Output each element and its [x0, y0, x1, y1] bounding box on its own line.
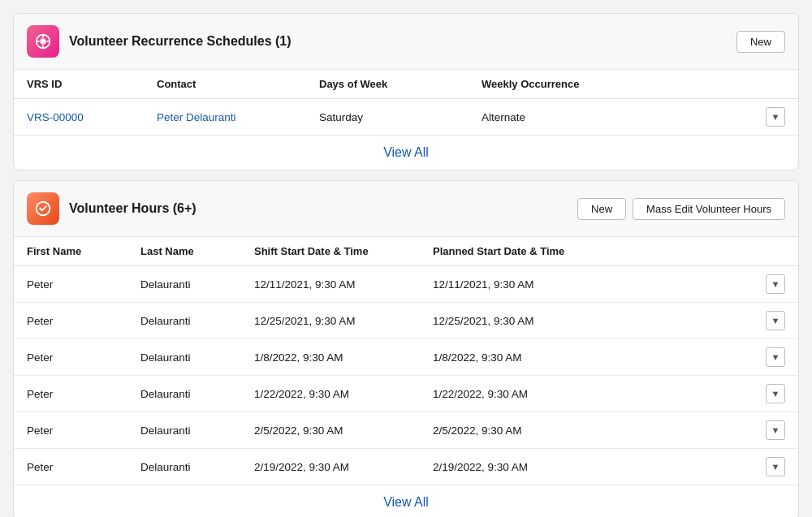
vh-planned-cell: 12/25/2021, 9:30 AM ▼	[420, 303, 798, 339]
vh-planned-cell: 12/11/2021, 9:30 AM ▼	[420, 266, 798, 303]
vh-icon	[27, 192, 59, 225]
vh-planned-cell: 2/19/2022, 9:30 AM ▼	[420, 449, 798, 485]
vh-planned-dropdown[interactable]: ▼	[766, 384, 785, 403]
vh-planned-value: 1/8/2022, 9:30 AM	[433, 351, 522, 364]
vh-lastname-cell: Delauranti	[127, 339, 241, 376]
vh-planned-dropdown[interactable]: ▼	[766, 420, 785, 440]
vh-planned-value: 1/22/2022, 9:30 AM	[433, 388, 528, 400]
vrs-table-container: VRS ID Contact Days of Week Weekly Occur…	[14, 70, 798, 170]
vh-col-lastname: Last Name	[127, 237, 241, 266]
vh-lastname-cell: Delauranti	[127, 376, 241, 412]
vrs-col-contact: Contact	[144, 70, 306, 99]
vh-table-header-row: First Name Last Name Shift Start Date & …	[14, 237, 798, 266]
vh-lastname-cell: Delauranti	[127, 449, 241, 485]
vrs-weekly-dropdown[interactable]: ▼	[766, 107, 785, 127]
vh-table-row: Peter Delauranti 12/25/2021, 9:30 AM 12/…	[14, 303, 798, 339]
vh-planned-value: 12/11/2021, 9:30 AM	[433, 278, 534, 291]
vh-planned-cell: 1/22/2022, 9:30 AM ▼	[420, 376, 798, 412]
vrs-card-title: Volunteer Recurrence Schedules (1)	[69, 34, 292, 49]
vh-planned-dropdown[interactable]: ▼	[766, 347, 785, 367]
vh-firstname-cell: Peter	[14, 303, 127, 339]
vh-firstname-cell: Peter	[14, 412, 127, 449]
vrs-col-weekly: Weekly Occurrence	[469, 70, 798, 99]
vrs-new-button[interactable]: New	[736, 31, 785, 53]
vh-firstname-cell: Peter	[14, 376, 127, 412]
vh-card-title: Volunteer Hours (6+)	[69, 201, 197, 216]
vrs-table: VRS ID Contact Days of Week Weekly Occur…	[14, 70, 798, 135]
vh-planned-dropdown[interactable]: ▼	[766, 274, 785, 294]
vrs-id-link[interactable]: VRS-00000	[27, 111, 84, 123]
vh-view-all-link[interactable]: View All	[383, 495, 429, 509]
vh-planned-value: 2/5/2022, 9:30 AM	[433, 424, 522, 437]
vrs-card-header: Volunteer Recurrence Schedules (1) New	[14, 14, 798, 70]
vh-col-shift: Shift Start Date & Time	[241, 237, 420, 266]
vh-header-left: Volunteer Hours (6+)	[27, 192, 197, 225]
vrs-contact-cell: Peter Delauranti	[144, 99, 306, 136]
vh-shift-cell: 12/25/2021, 9:30 AM	[241, 303, 420, 339]
vh-card: Volunteer Hours (6+) New Mass Edit Volun…	[13, 180, 799, 517]
vrs-view-all-link[interactable]: View All	[383, 145, 429, 159]
vh-table-row: Peter Delauranti 2/19/2022, 9:30 AM 2/19…	[14, 449, 798, 485]
vh-table-row: Peter Delauranti 2/5/2022, 9:30 AM 2/5/2…	[14, 412, 798, 449]
vrs-col-days: Days of Week	[306, 70, 469, 99]
vh-shift-cell: 2/19/2022, 9:30 AM	[241, 449, 420, 485]
vh-lastname-cell: Delauranti	[127, 412, 241, 449]
vh-col-planned: Planned Start Date & Time	[420, 237, 798, 266]
vrs-header-left: Volunteer Recurrence Schedules (1)	[27, 25, 292, 58]
vh-firstname-cell: Peter	[14, 339, 127, 376]
vrs-table-header-row: VRS ID Contact Days of Week Weekly Occur…	[14, 70, 798, 99]
vrs-days-cell: Saturday	[306, 99, 469, 136]
vh-shift-cell: 12/11/2021, 9:30 AM	[241, 266, 420, 303]
vh-planned-cell: 2/5/2022, 9:30 AM ▼	[420, 412, 798, 449]
page-wrapper: Volunteer Recurrence Schedules (1) New V…	[13, 13, 799, 517]
vh-table-row: Peter Delauranti 12/11/2021, 9:30 AM 12/…	[14, 266, 798, 303]
vrs-view-all-row: View All	[14, 135, 798, 170]
vh-table-row: Peter Delauranti 1/22/2022, 9:30 AM 1/22…	[14, 376, 798, 412]
vh-planned-cell: 1/8/2022, 9:30 AM ▼	[420, 339, 798, 376]
vrs-col-vrsid: VRS ID	[14, 70, 144, 99]
vh-firstname-cell: Peter	[14, 449, 127, 485]
vh-new-button[interactable]: New	[577, 198, 626, 220]
vh-table-container: First Name Last Name Shift Start Date & …	[14, 237, 798, 517]
vrs-id-cell: VRS-00000	[14, 99, 144, 136]
vh-card-header: Volunteer Hours (6+) New Mass Edit Volun…	[14, 181, 798, 237]
vh-planned-dropdown[interactable]: ▼	[766, 457, 785, 476]
vh-mass-edit-button[interactable]: Mass Edit Volunteer Hours	[633, 198, 785, 220]
vh-table: First Name Last Name Shift Start Date & …	[14, 237, 798, 485]
vrs-weekly-value: Alternate	[482, 111, 525, 123]
vh-table-row: Peter Delauranti 1/8/2022, 9:30 AM 1/8/2…	[14, 339, 798, 376]
vh-lastname-cell: Delauranti	[127, 266, 241, 303]
vh-shift-cell: 1/22/2022, 9:30 AM	[241, 376, 420, 412]
vh-shift-cell: 2/5/2022, 9:30 AM	[241, 412, 420, 449]
vh-planned-dropdown[interactable]: ▼	[766, 311, 785, 330]
svg-point-1	[40, 38, 45, 44]
vh-lastname-cell: Delauranti	[127, 303, 241, 339]
vrs-contact-link[interactable]: Peter Delauranti	[157, 111, 236, 123]
vrs-icon	[27, 25, 59, 58]
vrs-table-row: VRS-00000 Peter Delauranti Saturday Alte…	[14, 99, 798, 136]
vrs-card: Volunteer Recurrence Schedules (1) New V…	[13, 13, 799, 170]
vh-planned-value: 2/19/2022, 9:30 AM	[433, 461, 528, 473]
vh-card-actions: New Mass Edit Volunteer Hours	[577, 198, 785, 220]
vh-planned-value: 12/25/2021, 9:30 AM	[433, 315, 534, 327]
vh-col-firstname: First Name	[14, 237, 127, 266]
vh-view-all-row: View All	[14, 485, 798, 517]
vh-shift-cell: 1/8/2022, 9:30 AM	[241, 339, 420, 376]
vrs-card-actions: New	[736, 31, 785, 53]
vrs-weekly-cell: Alternate ▼	[469, 99, 798, 136]
vh-firstname-cell: Peter	[14, 266, 127, 303]
